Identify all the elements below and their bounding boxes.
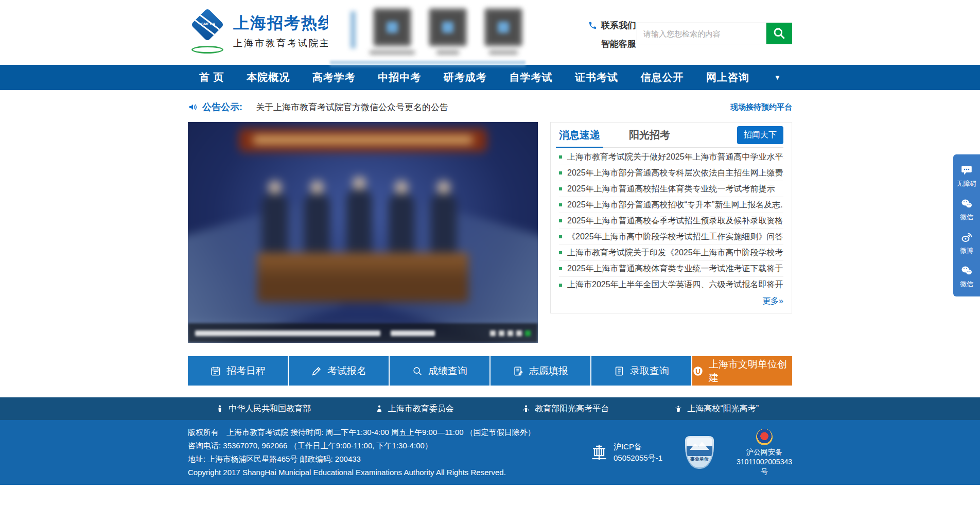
badge-label: 事业单位 <box>687 456 712 463</box>
calendar-icon <box>210 365 221 377</box>
footer-link-sunshine-gaokao[interactable]: 上海高校“阳光高考” <box>641 404 793 414</box>
wechat-icon <box>960 265 973 277</box>
page: SMEEA 上海招考热线 上海市教育考试院主办 <box>0 0 980 507</box>
bullet-icon <box>559 187 562 190</box>
footer-link-moe[interactable]: 中华人民共和国教育部 <box>188 404 339 414</box>
smart-service-link[interactable]: 智能客服 <box>588 37 636 50</box>
bottom-strip <box>0 485 980 506</box>
nav-zixun[interactable]: 网上咨询 <box>706 71 749 84</box>
nav-zixue[interactable]: 自学考试 <box>509 71 552 84</box>
qr-code-2 <box>429 8 467 55</box>
police-record-link[interactable]: 沪公网安备 31011002005343 号 <box>737 429 792 477</box>
weibo-button[interactable]: 微博 <box>953 226 980 260</box>
nav-home[interactable]: 首 页 <box>199 71 224 84</box>
search-input[interactable] <box>637 23 766 44</box>
more-link[interactable]: 更多» <box>559 296 783 307</box>
carousel-dot-active[interactable] <box>525 330 531 336</box>
chevron-down-icon[interactable]: ▼ <box>774 74 781 81</box>
bullet-icon <box>559 235 562 238</box>
carousel-dot[interactable] <box>499 330 504 336</box>
footer-info: 版权所有 上海市教育考试院 接待时间: 周二下午1:30-4:00 周五上午9:… <box>188 426 535 479</box>
qr-code-1 <box>373 8 411 55</box>
zhaowen-tianxia-button[interactable]: 招闻天下 <box>737 126 783 144</box>
quick-link-registration[interactable]: 考试报名 <box>289 356 389 386</box>
news-item[interactable]: 《2025年上海市高中阶段学校考试招生工作实施细则》问答 <box>559 229 783 245</box>
news-item[interactable]: 2025年上海市普通高校招生体育类专业统一考试考前提示 <box>559 181 783 197</box>
footer: 版权所有 上海市教育考试院 接待时间: 周二下午1:30-4:00 周五上午9:… <box>0 420 980 485</box>
accessibility-button[interactable]: 无障碍 <box>953 160 980 193</box>
nav-zhengshu[interactable]: 证书考试 <box>575 71 618 84</box>
tab-message-express[interactable]: 消息速递 <box>559 123 600 147</box>
hero-photo <box>188 122 538 343</box>
contact-us-link[interactable]: 联系我们 <box>588 19 636 32</box>
quick-link-civilized-unit[interactable]: 上海市文明单位创建 <box>692 356 792 386</box>
nav-yankao[interactable]: 研考成考 <box>444 71 487 84</box>
news-panel: 消息速递 阳光招考 招闻天下 上海市教育考试院关于做好2025年上海市普通高中学… <box>550 122 792 313</box>
quick-links: 招考日程 考试报名 成绩查询 志愿填报 录取查询 上海市文明单位创建 <box>188 356 792 386</box>
site-logo[interactable]: SMEEA 上海招考热线 上海市教育考试院主办 <box>188 10 341 55</box>
qr-code-3 <box>484 8 522 55</box>
weibo-icon <box>960 231 973 243</box>
carousel-dot[interactable] <box>516 330 522 336</box>
caption-text-placeholder <box>195 330 380 336</box>
main-nav: 首 页 本院概况 高考学考 中招中考 研考成考 自学考试 证书考试 信息公开 网… <box>0 65 980 90</box>
quick-link-preferences[interactable]: 志愿填报 <box>491 356 590 386</box>
sunshine-gaokao-icon <box>674 404 682 413</box>
footer-line-address: 地址: 上海市杨浦区民星路465号 邮政编码: 200433 <box>188 452 535 466</box>
footer-link-sunshine-platform[interactable]: 教育部阳光高考平台 <box>490 404 641 414</box>
qr-codes-panel <box>328 0 528 61</box>
wechat-button-2[interactable]: 微信 <box>953 260 980 293</box>
phone-icon <box>588 21 597 30</box>
icp-prefix: 沪ICP备 <box>614 441 662 452</box>
icp-number: 05052055号-1 <box>614 452 662 464</box>
wechat-button[interactable]: 微信 <box>953 193 980 226</box>
footer-link-shec[interactable]: 上海市教育委员会 <box>339 404 491 414</box>
tab-sunshine-admissions[interactable]: 阳光招考 <box>629 123 670 147</box>
search-icon <box>773 27 786 40</box>
search-button[interactable] <box>766 23 792 44</box>
committee-person-icon <box>375 404 383 413</box>
reservation-platform-link[interactable]: 现场接待预约平台 <box>730 102 792 112</box>
bullet-icon <box>559 284 562 287</box>
public-institution-badge[interactable]: 事业单位 <box>685 436 714 469</box>
news-item[interactable]: 上海市2025年上半年全国大学英语四、六级考试报名即将开始 <box>559 277 783 293</box>
bullet-icon <box>559 203 562 206</box>
news-item[interactable]: 2025年上海市普通高校春季考试招生预录取及候补录取资格网... <box>559 213 783 229</box>
nav-zhongkao[interactable]: 中招中考 <box>378 71 421 84</box>
nav-gaokao[interactable]: 高考学考 <box>312 71 356 84</box>
footer-line-copyright-cn: 版权所有 上海市教育考试院 接待时间: 周二下午1:30-4:00 周五上午9:… <box>188 426 535 439</box>
announcement-link[interactable]: 关于上海市教育考试院官方微信公众号更名的公告 <box>256 101 448 113</box>
logo-ellipse-icon <box>191 46 223 54</box>
quick-link-admission[interactable]: 录取查询 <box>591 356 691 386</box>
footer-line-copyright-en: Copyright 2017 ShangHai Municipal Educat… <box>188 466 535 479</box>
quick-link-schedule[interactable]: 招考日程 <box>188 356 288 386</box>
qr-divider-bar <box>351 11 356 48</box>
news-list: 上海市教育考试院关于做好2025年上海市普通高中学业水平考... 2025年上海… <box>559 149 783 293</box>
news-item[interactable]: 2025年上海市部分普通高校专科层次依法自主招生网上缴费将... <box>559 165 783 181</box>
accessibility-chat-icon <box>960 164 973 177</box>
news-item[interactable]: 2025年上海市部分普通高校招收“专升本”新生网上报名及志... <box>559 197 783 213</box>
site-search <box>637 23 792 44</box>
nav-xinxi[interactable]: 信息公开 <box>641 71 684 84</box>
shield-mountain-icon <box>690 442 709 450</box>
footer-line-phone: 咨询电话: 35367070, 962066 （工作日上午9:00-11:00,… <box>188 439 535 452</box>
icp-record-link[interactable]: 沪ICP备 05052055号-1 <box>590 441 662 464</box>
bullet-icon <box>559 155 562 159</box>
hero-carousel[interactable] <box>188 122 538 343</box>
news-item[interactable]: 上海市教育考试院关于印发《2025年上海市高中阶段学校考试... <box>559 245 783 261</box>
carousel-pagination <box>490 330 531 336</box>
bullet-icon <box>559 251 562 254</box>
smart-service-label: 智能客服 <box>601 38 636 50</box>
news-item[interactable]: 2025年上海市普通高校体育类专业统一考试准考证下载将于3... <box>559 261 783 277</box>
news-tabs: 消息速递 阳光招考 招闻天下 <box>559 123 783 148</box>
carousel-dot[interactable] <box>490 330 496 336</box>
announcement-label: 公告公示: <box>202 101 242 113</box>
announcement-bar: 公告公示: 关于上海市教育考试院官方微信公众号更名的公告 现场接待预约平台 <box>188 99 792 115</box>
site-title: 上海招考热线 <box>233 13 341 33</box>
civilization-medal-icon <box>692 365 704 377</box>
nav-about[interactable]: 本院概况 <box>247 71 290 84</box>
quick-link-scores[interactable]: 成绩查询 <box>390 356 489 386</box>
carousel-dot[interactable] <box>507 330 513 336</box>
bullet-icon <box>559 267 562 270</box>
news-item[interactable]: 上海市教育考试院关于做好2025年上海市普通高中学业水平考... <box>559 149 783 165</box>
